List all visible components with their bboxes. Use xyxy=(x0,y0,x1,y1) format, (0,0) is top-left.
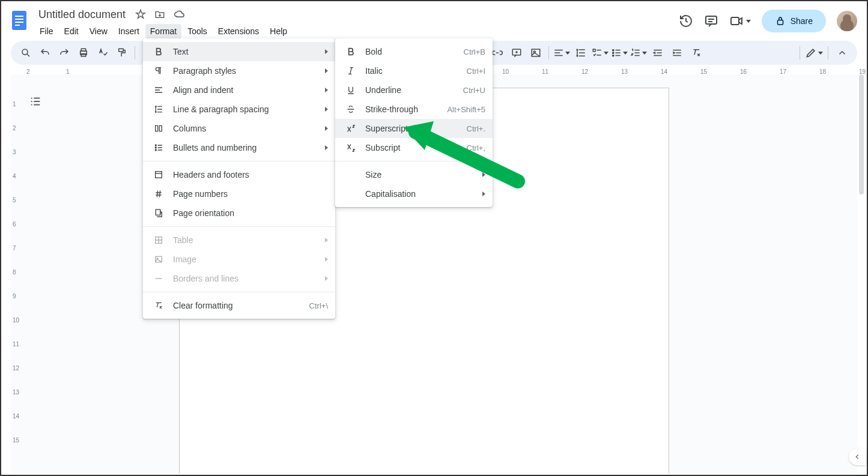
svg-rect-16 xyxy=(593,49,595,52)
svg-rect-10 xyxy=(81,49,86,51)
comments-icon[interactable] xyxy=(704,14,718,28)
indent-increase-icon[interactable] xyxy=(668,44,686,62)
menu-tools[interactable]: Tools xyxy=(183,24,212,38)
checklist-icon[interactable] xyxy=(591,44,609,62)
chevron-right-icon xyxy=(325,49,328,54)
header: Untitled document FileEditViewInsertForm… xyxy=(1,1,867,38)
menu-item-superscript[interactable]: SuperscriptCtrl+. xyxy=(335,119,493,138)
menu-label: Image xyxy=(173,255,313,264)
editing-mode-icon[interactable] xyxy=(805,44,823,62)
bold-icon xyxy=(153,46,165,58)
menu-label: Size xyxy=(365,170,470,179)
svg-point-8 xyxy=(22,49,28,55)
image-icon xyxy=(153,253,165,265)
menu-item-bullets-and-numbering[interactable]: Bullets and numbering xyxy=(143,138,335,157)
chevron-right-icon xyxy=(325,276,328,281)
menu-item-paragraph-styles[interactable]: Paragraph styles xyxy=(143,61,335,80)
menu-label: Table xyxy=(173,235,313,245)
spellcheck-icon[interactable] xyxy=(94,44,112,62)
add-comment-icon[interactable] xyxy=(508,44,526,62)
header-icon xyxy=(153,169,165,181)
chevron-right-icon xyxy=(325,145,328,150)
text-submenu: BoldCtrl+BItalicCtrl+IUnderlineCtrl+UStr… xyxy=(335,38,493,207)
blank-icon xyxy=(345,188,357,200)
cloud-icon[interactable] xyxy=(174,8,186,20)
indent-decrease-icon[interactable] xyxy=(649,44,667,62)
numbered-list-icon[interactable] xyxy=(630,44,648,62)
svg-point-21 xyxy=(155,147,156,148)
align-icon[interactable] xyxy=(553,44,571,62)
star-icon[interactable] xyxy=(135,9,146,20)
undo-icon[interactable] xyxy=(36,44,54,62)
menu-view[interactable]: View xyxy=(85,24,112,38)
outline-icon[interactable] xyxy=(29,95,42,110)
underline-icon xyxy=(345,84,357,96)
menu-item-subscript[interactable]: SubscriptCtrl+, xyxy=(335,138,493,157)
svg-rect-24 xyxy=(156,209,160,215)
bold-icon xyxy=(345,46,357,58)
scrollbar-vertical[interactable] xyxy=(857,74,866,474)
menu-label: Superscript xyxy=(365,124,449,133)
svg-point-17 xyxy=(613,49,614,50)
menu-item-line-paragraph-spacing[interactable]: Line & paragraph spacing xyxy=(143,100,335,119)
menu-help[interactable]: Help xyxy=(265,24,292,38)
menu-item-underline[interactable]: UnderlineCtrl+U xyxy=(335,80,493,100)
menu-insert[interactable]: Insert xyxy=(114,24,144,38)
svg-rect-23 xyxy=(156,172,162,178)
bulleted-list-icon[interactable] xyxy=(610,44,628,62)
svg-rect-5 xyxy=(706,16,717,24)
menu-format[interactable]: Format xyxy=(145,24,181,38)
menu-item-columns[interactable]: Columns xyxy=(143,119,335,138)
redo-icon[interactable] xyxy=(55,44,73,62)
bullets-icon xyxy=(153,142,165,154)
menu-item-align-and-indent[interactable]: Align and indent xyxy=(143,80,335,100)
menu-item-text[interactable]: Text xyxy=(143,42,335,61)
menu-item-table: Table xyxy=(143,230,335,250)
menu-label: Bold xyxy=(365,47,446,56)
menu-label: Text xyxy=(173,47,313,56)
menu-item-capitalisation[interactable]: Capitalisation xyxy=(335,184,493,203)
meet-button[interactable] xyxy=(729,14,751,28)
share-button[interactable]: Share xyxy=(762,10,826,32)
menu-item-italic[interactable]: ItalicCtrl+I xyxy=(335,61,493,80)
menu-item-page-orientation[interactable]: Page orientation xyxy=(143,203,335,223)
collapse-toolbar-icon[interactable] xyxy=(833,44,851,62)
side-panel-toggle[interactable] xyxy=(849,448,866,465)
menu-item-headers-and-footers[interactable]: Headers and footers xyxy=(143,165,335,184)
menu-label: Underline xyxy=(365,85,445,95)
menu-label: Paragraph styles xyxy=(173,66,313,76)
svg-point-20 xyxy=(155,145,156,146)
print-icon[interactable] xyxy=(74,44,93,62)
linespacing-icon xyxy=(153,103,165,115)
chevron-right-icon xyxy=(482,191,485,196)
svg-rect-12 xyxy=(119,49,124,52)
menu-item-size[interactable]: Size xyxy=(335,165,493,184)
document-title[interactable]: Untitled document xyxy=(35,7,129,22)
insert-image-icon[interactable] xyxy=(527,44,545,62)
docs-logo[interactable] xyxy=(7,8,31,32)
clear-format-icon[interactable] xyxy=(687,44,705,62)
menu-item-strike-through[interactable]: Strike-throughAlt+Shift+5 xyxy=(335,100,493,119)
menu-item-borders-and-lines: Borders and lines xyxy=(143,269,335,288)
italic-icon xyxy=(345,65,357,77)
svg-rect-0 xyxy=(12,11,26,30)
format-menu: TextParagraph stylesAlign and indentLine… xyxy=(143,38,335,319)
menu-item-page-numbers[interactable]: Page numbers xyxy=(143,184,335,203)
menu-item-bold[interactable]: BoldCtrl+B xyxy=(335,42,493,61)
menu-file[interactable]: File xyxy=(35,24,58,38)
svg-rect-4 xyxy=(15,25,20,26)
menu-extensions[interactable]: Extensions xyxy=(213,24,264,38)
move-icon[interactable] xyxy=(154,9,165,20)
search-icon[interactable] xyxy=(17,44,35,62)
line-spacing-icon[interactable] xyxy=(572,44,590,62)
svg-rect-3 xyxy=(15,22,23,23)
menu-item-clear-formatting[interactable]: Clear formattingCtrl+\ xyxy=(143,296,335,315)
history-icon[interactable] xyxy=(679,14,693,28)
pilcrow-icon xyxy=(153,65,165,77)
chevron-right-icon xyxy=(325,68,328,73)
menu-edit[interactable]: Edit xyxy=(59,24,83,38)
align-icon xyxy=(153,84,165,96)
superscript-icon xyxy=(345,122,357,134)
paint-format-icon[interactable] xyxy=(113,44,131,62)
avatar[interactable] xyxy=(837,11,857,31)
